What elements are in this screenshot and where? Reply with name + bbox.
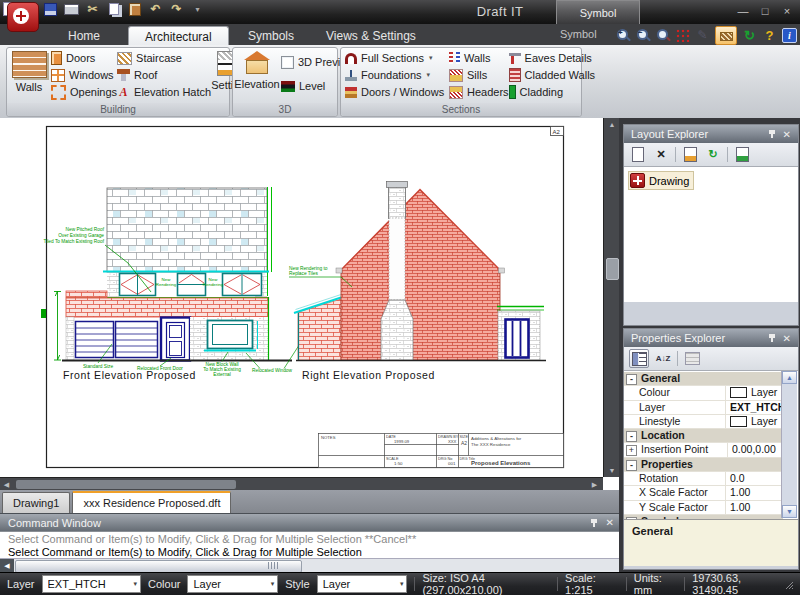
maximize-button[interactable]: □	[758, 5, 772, 17]
doors-windows-sections-button[interactable]: Doors / Windows▾	[345, 84, 449, 100]
eaves-details-button[interactable]: Eaves Details	[509, 50, 583, 66]
elevation-hatch-button[interactable]: AElevation Hatch	[117, 84, 211, 100]
openings-button[interactable]: Openings	[51, 84, 117, 100]
collapse-icon[interactable]: -	[626, 374, 637, 385]
refresh-layout-button[interactable]: ↻	[704, 146, 722, 163]
property-row[interactable]: Rotation0.0	[624, 472, 783, 486]
scroll-left-icon[interactable]: ◀	[0, 559, 14, 572]
sketch-icon[interactable]: ✎	[695, 28, 710, 43]
layout-item-drawing[interactable]: Drawing	[628, 171, 694, 190]
vertical-scroll-thumb[interactable]	[606, 258, 619, 280]
pin-icon[interactable]	[768, 333, 776, 343]
scroll-down-icon[interactable]: ▼	[604, 464, 620, 477]
pin-icon[interactable]	[590, 518, 598, 528]
windows-button[interactable]: Windows	[51, 67, 117, 83]
upper-window-1[interactable]	[120, 274, 156, 296]
cut-icon[interactable]: ✂	[84, 1, 101, 17]
resize-grip[interactable]	[785, 580, 793, 589]
context-tab-label[interactable]: Symbol	[560, 28, 597, 40]
elevation-button[interactable]: Elevation	[233, 48, 281, 103]
properties-explorer-titlebar[interactable]: Properties Explorer ✕	[624, 329, 798, 347]
doors-button[interactable]: Doors	[51, 50, 117, 66]
scroll-down-icon[interactable]: ▼	[782, 505, 797, 518]
delete-layout-button[interactable]: ✕	[652, 146, 670, 163]
property-value[interactable]: 1.00	[726, 486, 783, 499]
layer-combo[interactable]: EXT_HTCH ▾	[42, 575, 142, 593]
property-category[interactable]: -Symbol	[624, 515, 783, 519]
property-value[interactable]: 1.00	[726, 501, 783, 514]
import-layout-button[interactable]	[681, 146, 699, 163]
layout-explorer-titlebar[interactable]: Layout Explorer ✕	[624, 125, 798, 143]
minimize-button[interactable]: —	[736, 5, 750, 17]
hatch-tool-button[interactable]	[715, 26, 737, 45]
property-value[interactable]: EXT_HTCH	[726, 401, 783, 414]
tab-views-settings[interactable]: Views & Settings	[310, 26, 432, 45]
garage-door-2[interactable]	[116, 322, 158, 358]
canvas-vertical-scrollbar[interactable]: ▲ ▼	[603, 118, 620, 477]
property-grid[interactable]: -GeneralColourLayerLayerEXT_HTCHLinestyl…	[624, 371, 798, 519]
drawing-canvas[interactable]: A2	[0, 118, 603, 477]
front-door[interactable]	[161, 318, 190, 361]
property-value[interactable]: 0.00,0.00	[728, 443, 783, 456]
grid-scrollbar[interactable]: ▲ ▼	[781, 371, 797, 518]
collapse-icon[interactable]: -	[626, 460, 637, 471]
level-button[interactable]: Level	[281, 78, 337, 94]
drawing-viewport[interactable]: A2	[0, 118, 603, 477]
roof-button[interactable]: Roof	[117, 67, 211, 83]
property-row[interactable]: LinestyleLayer	[624, 415, 783, 429]
garage-door-1[interactable]	[76, 322, 114, 358]
title-block[interactable]: NOTES DATE 1999.09 DRAWN BY XXX SIZE A2 …	[319, 434, 564, 468]
redo-icon[interactable]: ↷	[168, 1, 185, 17]
sills-button[interactable]: Sills	[449, 67, 509, 83]
zoom-out-icon[interactable]: −	[636, 28, 651, 43]
doc-tab-residence[interactable]: xxx Residence Proposed.dft	[72, 491, 231, 513]
upper-window-3[interactable]	[223, 274, 262, 296]
new-layout-button[interactable]	[629, 146, 647, 163]
doc-tab-drawing1[interactable]: Drawing1	[2, 492, 70, 513]
collapse-icon[interactable]: -	[626, 431, 637, 442]
ground-window[interactable]	[204, 321, 258, 351]
command-scrollbar[interactable]: ◀	[0, 558, 622, 573]
close-panel-icon[interactable]: ✕	[783, 333, 791, 344]
app-logo[interactable]	[7, 2, 39, 32]
full-sections-button[interactable]: Full Sections▾	[345, 50, 449, 66]
property-category[interactable]: -General	[624, 372, 783, 386]
row-gutter[interactable]: +	[626, 445, 637, 456]
scroll-grip[interactable]	[268, 562, 278, 569]
property-value[interactable]: 0.0	[726, 472, 783, 485]
collapse-icon[interactable]: -	[626, 517, 637, 519]
scroll-up-icon[interactable]: ▲	[604, 118, 620, 131]
3d-preview-checkbox[interactable]: 3D Preview	[281, 54, 337, 70]
close-panel-icon[interactable]: ✕	[606, 517, 614, 528]
print-icon[interactable]	[63, 1, 80, 17]
section-walls-button[interactable]: Walls	[449, 50, 509, 66]
property-row[interactable]: +Insertion Point0.00,0.00	[624, 443, 783, 457]
property-category[interactable]: -Properties	[624, 458, 783, 472]
qat-customize-caret[interactable]: ▾	[189, 1, 206, 17]
close-panel-icon[interactable]: ✕	[783, 129, 791, 140]
snap-grid-icon[interactable]	[676, 29, 690, 42]
save-icon[interactable]	[42, 1, 59, 17]
property-row[interactable]: ColourLayer	[624, 386, 783, 400]
walls-button[interactable]: Walls	[7, 48, 51, 103]
property-pages-button[interactable]	[683, 350, 701, 367]
tab-symbols[interactable]: Symbols	[232, 26, 310, 45]
upper-window-2[interactable]	[178, 274, 206, 296]
zoom-extents-icon[interactable]	[656, 28, 671, 43]
scroll-up-icon[interactable]: ▲	[782, 371, 797, 384]
copy-icon[interactable]	[105, 1, 122, 17]
cladded-walls-button[interactable]: Cladded Walls	[509, 67, 583, 83]
colour-combo[interactable]: Layer ▾	[187, 575, 278, 593]
undo-icon[interactable]: ↶	[147, 1, 164, 17]
tab-home[interactable]: Home	[52, 26, 116, 45]
staircase-button[interactable]: Staircase	[117, 50, 211, 66]
property-row[interactable]: LayerEXT_HTCH	[624, 401, 783, 415]
alphabetical-view-button[interactable]: A↓Z	[654, 350, 672, 367]
tab-architectural[interactable]: Architectural	[128, 26, 229, 46]
zoom-in-icon[interactable]: +	[616, 28, 631, 43]
extension-window[interactable]	[506, 320, 529, 358]
style-combo[interactable]: Layer ▾	[317, 575, 408, 593]
categorized-view-button[interactable]	[629, 349, 649, 368]
pin-icon[interactable]	[768, 129, 776, 139]
refresh-icon[interactable]: ↻	[742, 28, 757, 43]
